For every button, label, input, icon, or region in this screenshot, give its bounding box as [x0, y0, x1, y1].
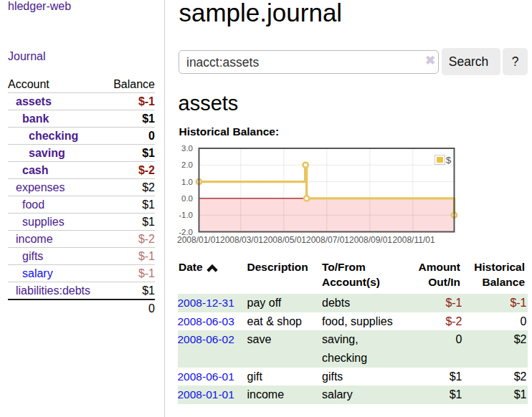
- svg-text:2008/07/01: 2008/07/01: [306, 235, 349, 245]
- svg-text:2.0: 2.0: [181, 160, 193, 169]
- svg-text:2008/03/01: 2008/03/01: [220, 235, 263, 245]
- svg-text:2008/11/01: 2008/11/01: [392, 235, 434, 245]
- svg-text:2008/01/01: 2008/01/01: [177, 235, 220, 245]
- svg-text:0.0: 0.0: [181, 194, 193, 203]
- svg-text:3.0: 3.0: [181, 144, 193, 153]
- svg-text:1.0: 1.0: [181, 178, 193, 186]
- svg-text:2008/09/01: 2008/09/01: [349, 235, 392, 245]
- svg-text:$: $: [446, 155, 452, 166]
- svg-text:-1.0: -1.0: [179, 211, 193, 219]
- svg-text:2008/05/01: 2008/05/01: [263, 235, 306, 245]
